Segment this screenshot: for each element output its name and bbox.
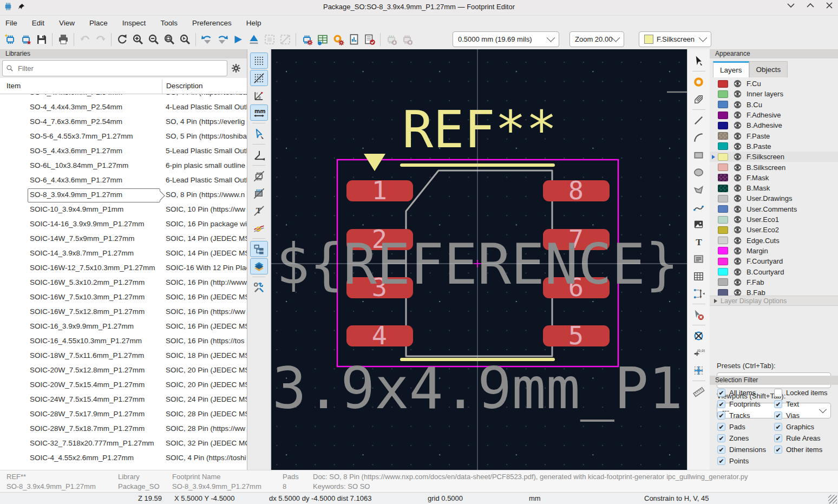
zoom-selection-button[interactable] [177, 32, 193, 48]
visibility-eye-icon[interactable] [733, 194, 742, 203]
layer-color-swatch[interactable] [718, 132, 728, 140]
visibility-eye-icon[interactable] [733, 278, 742, 287]
sketch-text-button[interactable]: T [250, 202, 268, 219]
checkbox[interactable]: ✔ [774, 434, 782, 442]
resize-grip[interactable] [828, 495, 837, 503]
filter-vias[interactable]: ✔Vias [774, 411, 800, 420]
undo-button[interactable] [77, 32, 93, 48]
menu-help[interactable]: Help [246, 19, 261, 27]
units-mm-button[interactable]: mm [250, 104, 268, 121]
filter-graphics[interactable]: ✔Graphics [774, 423, 814, 431]
column-divider[interactable] [162, 80, 162, 94]
menu-file[interactable]: File [5, 19, 17, 27]
visibility-eye-icon[interactable] [733, 79, 742, 88]
add-bezier-button[interactable] [690, 199, 708, 215]
select-button[interactable] [690, 53, 708, 69]
checkbox[interactable]: ✔ [717, 411, 725, 420]
library-row[interactable]: SO-5_4.4x3.6mm_P1.27mm5-Lead Plastic Sma… [0, 144, 247, 159]
layers-manager-button[interactable] [250, 258, 268, 274]
library-row[interactable]: SOIC-18W_7.5x11.6mm_P1.27mmSOIC, 18 Pin … [0, 349, 247, 363]
menu-edit[interactable]: Edit [32, 19, 44, 27]
layer-row-f-adhesive[interactable]: F.Adhesive [710, 110, 838, 120]
library-row[interactable]: SOIC-16_3.9x9.9mm_P1.27mmSOIC, 16 Pin (J… [0, 319, 247, 334]
checkbox[interactable]: ✔ [774, 400, 782, 408]
tab-objects[interactable]: Objects [749, 61, 788, 77]
filter-tracks[interactable]: ✔Tracks [717, 411, 750, 420]
layer-row-b-adhesive[interactable]: B.Adhesive [710, 120, 838, 130]
filter-pads[interactable]: ✔Pads [717, 423, 745, 431]
footprint-properties-button[interactable] [299, 32, 315, 48]
layer-row-b-cu[interactable]: B.Cu [710, 100, 838, 110]
library-row[interactable]: SO-5-6_4.55x3.7mm_P1.27mmSO, 5 Pin (http… [0, 129, 247, 144]
checkbox[interactable]: ✔ [717, 423, 725, 431]
library-row[interactable]: SOIC-10_3.9x4.9mm_P1mmSOIC, 10 Pin (http… [0, 202, 247, 217]
polar-coords-button[interactable]: rθ [250, 87, 268, 103]
mirror-horizontal-button[interactable] [230, 32, 246, 48]
menu-view[interactable]: View [59, 19, 75, 27]
visibility-eye-icon[interactable] [733, 205, 742, 214]
layer-row-f-paste[interactable]: F.Paste [710, 131, 838, 141]
visibility-eye-icon[interactable] [733, 267, 742, 277]
grid-size-dropdown[interactable]: 0.5000 mm (19.69 mils) [453, 31, 559, 47]
library-row[interactable]: SOIC-14W_7.5x9mm_P1.27mmSOIC, 14 Pin (JE… [0, 232, 247, 246]
visibility-eye-icon[interactable] [733, 152, 742, 161]
layer-row-inner layers[interactable]: Inner layers [710, 89, 838, 99]
visibility-eye-icon[interactable] [733, 132, 742, 141]
add-rect-button[interactable] [690, 147, 708, 163]
filter-other-items[interactable]: ✔Other items [774, 446, 822, 454]
layer-color-swatch[interactable] [718, 268, 728, 276]
layer-color-swatch[interactable] [718, 216, 728, 224]
cursor-style-button[interactable] [250, 126, 268, 142]
footprint-checker-button[interactable] [346, 32, 362, 48]
filter-points[interactable]: ✔Points [717, 457, 749, 465]
footprint-canvas[interactable]: REF** 18273645 ${REFERENCE} 3.9x4.9mm_P1 [271, 49, 687, 470]
column-header-item[interactable]: Item [6, 82, 21, 90]
library-row[interactable]: SOIC-16_4.55x10.3mm_P1.27mmSOIC, 16 Pin … [0, 334, 247, 349]
library-row[interactable]: SO-4_4.4x4.3mm_P2.54mm4-Lead Plastic Sma… [0, 100, 247, 115]
ungroup-button[interactable] [277, 32, 293, 48]
grid-origin-00-button[interactable]: (0,0) [690, 345, 708, 361]
set-grid-origin-button[interactable] [690, 362, 708, 378]
menu-preferences[interactable]: Preferences [192, 19, 232, 27]
preferences-tools-button[interactable] [250, 279, 268, 296]
layer-row-f-mask[interactable]: F.Mask [710, 173, 838, 183]
library-row[interactable]: SO-6L_10x3.84mm_P1.27mm6-pin plasic smal… [0, 159, 247, 173]
layer-color-swatch[interactable] [718, 122, 728, 129]
layer-color-swatch[interactable] [718, 185, 728, 192]
zoom-in-button[interactable] [130, 32, 146, 48]
print-button[interactable] [55, 32, 71, 48]
checkbox[interactable]: ✔ [717, 446, 725, 454]
visibility-eye-icon[interactable] [733, 173, 742, 182]
library-row[interactable]: SO-4_7.6x3.6mm_P2.54mmSO, 4 Pin (https:/… [0, 115, 247, 129]
library-row[interactable]: SOIC-24W_7.5x15.4mm_P1.27mmSOIC, 24 Pin … [0, 392, 247, 407]
set-anchor-button[interactable] [690, 328, 708, 344]
layer-color-swatch[interactable] [718, 80, 728, 88]
angle-45-button[interactable] [250, 147, 268, 163]
add-textbox-button[interactable] [690, 251, 708, 267]
library-row[interactable]: SOIC-32_7.518x20.777mm_P1.27mmSOIC, 32 P… [0, 436, 247, 451]
visibility-eye-icon[interactable] [733, 89, 742, 99]
library-row[interactable]: SOIC-20W_7.5x15.4mm_P1.27mmSOIC, 20 Pin … [0, 378, 247, 392]
menu-place[interactable]: Place [89, 19, 108, 27]
layer-row-user-drawings[interactable]: User.Drawings [710, 193, 838, 204]
filter-footprints[interactable]: ✔Footprints [717, 400, 761, 408]
library-row[interactable]: SOIC-20W_7.5x12.8mm_P1.27mmSOIC, 20 Pin … [0, 363, 247, 378]
visibility-eye-icon[interactable] [733, 110, 742, 120]
filter-all-items[interactable]: ✔All items [717, 389, 756, 397]
library-settings-button[interactable] [227, 60, 245, 76]
checkbox[interactable] [774, 389, 782, 397]
zoom-dropdown[interactable]: Zoom 20.00 [569, 31, 624, 47]
layer-row-margin[interactable]: Margin [710, 246, 838, 256]
add-polygon-button[interactable] [690, 181, 708, 198]
load-footprint-from-board-button[interactable] [383, 32, 399, 48]
layer-color-swatch[interactable] [718, 278, 728, 286]
ref-text[interactable]: REF** [402, 100, 557, 159]
library-row[interactable]: SOIC-14_3.9x8.7mm_P1.27mmSOIC, 14 Pin (J… [0, 246, 247, 261]
checkbox[interactable]: ✔ [774, 423, 782, 431]
layer-row-edge-cuts[interactable]: Edge.Cuts [710, 235, 838, 246]
filter-dimensions[interactable]: ✔Dimensions [717, 446, 766, 454]
library-row[interactable]: SO-8_3.9x4.9mm_P1.27mmSO, 8 Pin (https:/… [0, 188, 247, 202]
layer-display-options[interactable]: Layer Display Options [710, 296, 838, 306]
zoom-fit-button[interactable] [161, 32, 177, 48]
layer-color-swatch[interactable] [718, 258, 728, 265]
